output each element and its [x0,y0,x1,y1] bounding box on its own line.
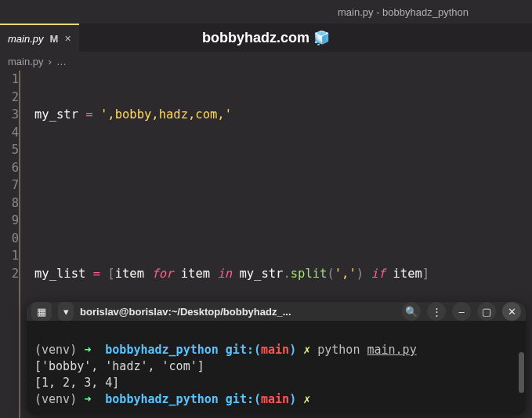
editor-tab-bar: main.py M × bobbyhadz.com 🧊 [0,24,532,52]
prompt-venv: (venv) [34,343,77,357]
breadcrumb[interactable]: main.py › … [0,52,532,71]
prompt-command: python [317,343,360,357]
terminal-window: ▦ ▾ borislav@borislav:~/Desktop/bobbyhad… [27,302,526,415]
brand-cube-icon: 🧊 [313,31,330,45]
prompt-git: git:( [226,343,261,357]
prompt-dir: bobbyhadz_python [105,343,219,357]
code-line: my_str = ',bobby,hadz,com,' [34,106,495,124]
line-number: 6 [0,159,19,177]
prompt-branch: main [261,343,289,357]
prompt-dirty-icon: ✗ [303,392,310,406]
prompt-arrow-icon: ➜ [84,343,91,357]
site-brand: bobbyhadz.com 🧊 [0,30,532,46]
gutter-indent-guide [19,71,20,418]
line-number: 2 [0,265,19,283]
terminal-dropdown-icon[interactable]: ▾ [58,302,74,321]
terminal-body[interactable]: (venv) ➜ bobbyhadz_python git:(main) ✗ p… [27,321,526,415]
tab-modified-indicator: M [50,33,59,45]
menu-icon[interactable]: ⋮ [427,302,446,321]
close-icon[interactable]: ✕ [502,302,521,321]
prompt-git-close: ) [289,392,296,406]
prompt-dirty-icon: ✗ [303,343,310,357]
prompt-file: main.py [367,343,416,357]
line-number: 4 [0,124,19,142]
window-titlebar: main.py - bobbyhadz_python [0,0,532,24]
breadcrumb-more-icon: … [56,56,67,67]
line-number: 2 [0,89,19,107]
line-number: 7 [0,176,19,194]
line-number: 1 [0,71,19,89]
code-line: my_list = [item for item in my_str.split… [34,265,495,283]
tab-main-py[interactable]: main.py M × [0,24,79,52]
brand-text: bobbyhadz.com [202,30,309,45]
terminal-title: borislav@borislav:~/Desktop/bobbyhadz_..… [80,306,291,318]
code-line [34,212,495,230]
search-icon[interactable]: 🔍 [402,302,421,321]
prompt-branch: main [261,392,289,406]
line-gutter: 1 2 3 4 5 6 7 8 9 0 1 2 [0,71,20,418]
line-number: 8 [0,194,19,213]
prompt-git: git:( [226,392,261,406]
terminal-header: ▦ ▾ borislav@borislav:~/Desktop/bobbyhad… [27,302,526,321]
line-number: 1 [0,247,19,265]
tab-filename: main.py [8,33,44,45]
breadcrumb-file: main.py [8,56,44,67]
line-number: 3 [0,106,19,124]
maximize-icon[interactable]: ▢ [477,302,496,321]
code-line [34,159,495,177]
prompt-arrow-icon: ➜ [84,392,91,406]
line-number: 5 [0,141,19,159]
chevron-right-icon: › [49,56,52,67]
terminal-output: ['bobby', 'hadz', 'com'] [34,359,204,373]
line-number: 0 [0,230,19,248]
minimize-icon[interactable]: – [452,302,471,321]
terminal-new-tab-button[interactable]: ▦ [31,302,52,321]
line-number: 9 [0,212,19,230]
prompt-venv: (venv) [34,392,77,406]
window-title: main.py - bobbyhadz_python [338,6,469,18]
prompt-dir: bobbyhadz_python [105,392,219,406]
terminal-output: [1, 2, 3, 4] [34,376,119,390]
tab-close-icon[interactable]: × [64,32,71,45]
terminal-scrollbar[interactable] [519,352,524,393]
prompt-git-close: ) [289,343,296,357]
